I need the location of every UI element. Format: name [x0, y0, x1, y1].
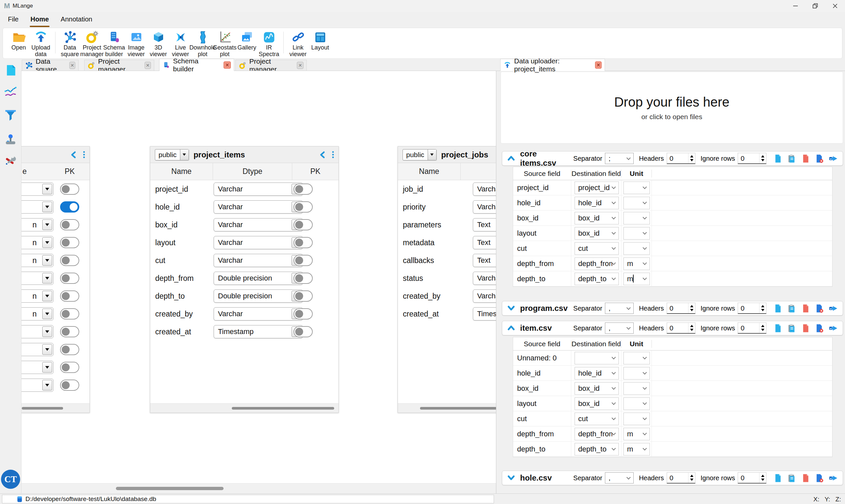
- unit-select[interactable]: [623, 413, 650, 425]
- destination-select[interactable]: hole_id: [575, 197, 619, 209]
- dtype-dropdown[interactable]: n: [21, 307, 53, 321]
- dtype-dropdown[interactable]: [21, 325, 53, 338]
- headers-spinner[interactable]: 0: [667, 322, 696, 334]
- open-file-icon[interactable]: [773, 304, 782, 313]
- remove-file-icon[interactable]: [815, 304, 824, 313]
- unit-select[interactable]: [623, 182, 650, 194]
- schema-select[interactable]: public: [155, 149, 189, 160]
- collapse-left-icon[interactable]: [319, 151, 326, 159]
- chevron-up-icon[interactable]: [507, 155, 515, 162]
- menu-annotation[interactable]: Annotation: [60, 15, 93, 24]
- remove-file-icon[interactable]: [815, 473, 824, 483]
- dtype-dropdown[interactable]: Varchar: [214, 200, 303, 214]
- downhole-plot-button[interactable]: Downhole plot: [192, 30, 214, 57]
- dropdown-arrow-icon[interactable]: [42, 219, 52, 230]
- dropdown-arrow-icon[interactable]: [42, 344, 52, 355]
- dtype-dropdown[interactable]: Text: [473, 236, 496, 249]
- ir-spectra-button[interactable]: IR Spectra: [258, 30, 280, 57]
- dropdown-arrow-icon[interactable]: [42, 273, 52, 284]
- remove-file-icon[interactable]: [815, 154, 824, 163]
- tab-close-icon[interactable]: ✕: [69, 62, 75, 69]
- apply-mapping-icon[interactable]: [828, 323, 838, 333]
- open-button[interactable]: Open: [7, 30, 30, 51]
- live-viewer-button[interactable]: Live viewer: [170, 30, 192, 57]
- chevron-down-icon[interactable]: [507, 474, 515, 482]
- dtype-dropdown[interactable]: Varchar: [214, 236, 303, 249]
- destination-select[interactable]: project_id: [575, 182, 619, 194]
- pk-toggle[interactable]: [60, 201, 79, 213]
- tab-close-icon[interactable]: ✕: [595, 61, 602, 69]
- pk-toggle[interactable]: [60, 344, 79, 355]
- unit-select[interactable]: m: [623, 428, 650, 440]
- geostats-plot-button[interactable]: Geostats plot: [214, 30, 236, 57]
- paste-icon[interactable]: [787, 304, 796, 313]
- joystick-icon[interactable]: [4, 133, 17, 146]
- dtype-dropdown[interactable]: Timestamp: [473, 307, 496, 321]
- chevron-down-icon[interactable]: [507, 305, 515, 312]
- destination-select[interactable]: hole_id: [575, 367, 619, 380]
- file-dropzone[interactable]: Drop your files here or click to open fi…: [500, 72, 843, 144]
- unit-select[interactable]: m: [623, 257, 650, 270]
- pk-toggle[interactable]: [294, 183, 313, 195]
- schema-select[interactable]: public: [403, 149, 437, 160]
- menu-file[interactable]: File: [7, 15, 19, 24]
- unit-select[interactable]: [623, 212, 650, 224]
- dropdown-arrow-icon[interactable]: [42, 380, 52, 391]
- headers-spinner[interactable]: 0: [667, 472, 696, 484]
- dtype-dropdown[interactable]: [21, 379, 53, 392]
- ignore-rows-spinner[interactable]: 0: [738, 153, 767, 164]
- dtype-dropdown[interactable]: Double precision: [214, 289, 303, 303]
- unit-select[interactable]: [623, 227, 650, 240]
- pk-toggle[interactable]: [294, 219, 313, 230]
- unit-select[interactable]: [623, 382, 650, 395]
- dtype-dropdown[interactable]: Varchar: [214, 218, 303, 231]
- clear-file-icon[interactable]: [801, 323, 810, 333]
- tab-project-manager-2[interactable]: Project manager ✕: [235, 60, 307, 71]
- menu-home[interactable]: Home: [30, 15, 50, 24]
- gallery-button[interactable]: Gallery: [236, 30, 258, 51]
- pk-toggle[interactable]: [60, 326, 79, 337]
- pk-toggle[interactable]: [60, 308, 79, 320]
- destination-select[interactable]: depth_from: [575, 428, 619, 440]
- dropdown-arrow-icon[interactable]: [42, 291, 52, 301]
- dtype-dropdown[interactable]: Varchar: [214, 182, 303, 196]
- pk-toggle[interactable]: [60, 362, 79, 373]
- dtype-dropdown[interactable]: Varchar: [214, 307, 303, 321]
- tab-project-manager-1[interactable]: Project manager ✕: [84, 60, 154, 71]
- separator-select[interactable]: ,: [605, 472, 634, 484]
- minimize-button[interactable]: [786, 0, 805, 12]
- pk-toggle[interactable]: [60, 219, 79, 230]
- pk-toggle[interactable]: [60, 380, 79, 391]
- tab-close-icon[interactable]: ✕: [224, 61, 231, 69]
- unit-select[interactable]: [623, 242, 650, 255]
- dtype-dropdown[interactable]: Varchar: [473, 289, 496, 303]
- dtype-dropdown[interactable]: Varchar: [214, 254, 303, 267]
- document-icon[interactable]: [4, 64, 17, 76]
- dtype-dropdown[interactable]: [21, 343, 53, 356]
- collapse-left-icon[interactable]: [70, 151, 77, 159]
- pk-toggle[interactable]: [294, 273, 313, 284]
- unit-select[interactable]: m: [623, 273, 650, 285]
- clear-file-icon[interactable]: [801, 304, 810, 313]
- destination-select[interactable]: box_id: [575, 212, 619, 224]
- destination-select[interactable]: depth_to: [575, 443, 619, 455]
- dtype-dropdown[interactable]: Varchar: [473, 200, 496, 214]
- chevron-up-icon[interactable]: [507, 324, 515, 332]
- upload-data-button[interactable]: Upload data: [30, 30, 52, 57]
- dtype-dropdown[interactable]: Text: [473, 254, 496, 267]
- close-button[interactable]: [825, 0, 845, 12]
- pk-toggle[interactable]: [294, 237, 313, 248]
- filter-icon[interactable]: [4, 109, 17, 121]
- destination-select[interactable]: box_id: [575, 382, 619, 395]
- pk-toggle[interactable]: [60, 273, 79, 284]
- separator-select[interactable]: ,: [605, 322, 634, 334]
- user-avatar[interactable]: CT: [1, 470, 20, 489]
- apply-mapping-icon[interactable]: [828, 473, 838, 483]
- dtype-dropdown[interactable]: n: [21, 254, 53, 267]
- separator-select[interactable]: ;: [605, 153, 634, 164]
- unit-select[interactable]: [623, 397, 650, 410]
- dtype-dropdown[interactable]: [21, 361, 53, 374]
- tab-close-icon[interactable]: ✕: [145, 62, 151, 69]
- scrollbar-handle[interactable]: [22, 407, 63, 410]
- dropdown-arrow-icon[interactable]: [42, 237, 52, 248]
